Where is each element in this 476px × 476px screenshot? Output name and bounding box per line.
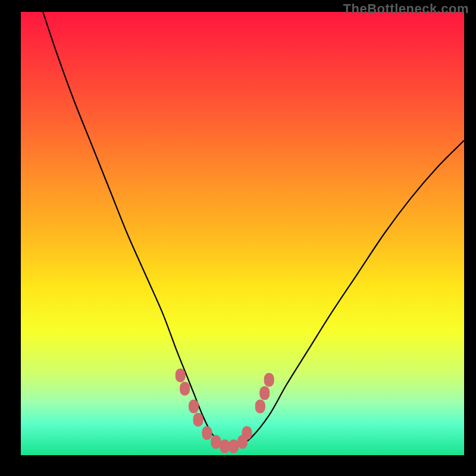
curve-marker bbox=[180, 382, 190, 395]
curve-path bbox=[43, 12, 464, 447]
curve-marker bbox=[229, 440, 239, 453]
bottleneck-curve bbox=[21, 12, 464, 455]
curve-marker bbox=[220, 440, 230, 453]
curve-marker bbox=[189, 400, 199, 413]
curve-marker bbox=[193, 413, 203, 426]
watermark-text: TheBottleneck.com bbox=[343, 1, 469, 17]
marker-group bbox=[176, 369, 274, 453]
plot-area bbox=[21, 12, 464, 455]
curve-marker bbox=[255, 400, 265, 413]
curve-marker bbox=[176, 369, 185, 382]
curve-marker bbox=[202, 427, 212, 440]
curve-marker bbox=[260, 387, 270, 400]
curve-marker bbox=[242, 427, 252, 440]
chart-frame: TheBottleneck.com bbox=[0, 0, 476, 476]
curve-marker bbox=[264, 373, 274, 386]
curve-marker bbox=[211, 436, 221, 449]
